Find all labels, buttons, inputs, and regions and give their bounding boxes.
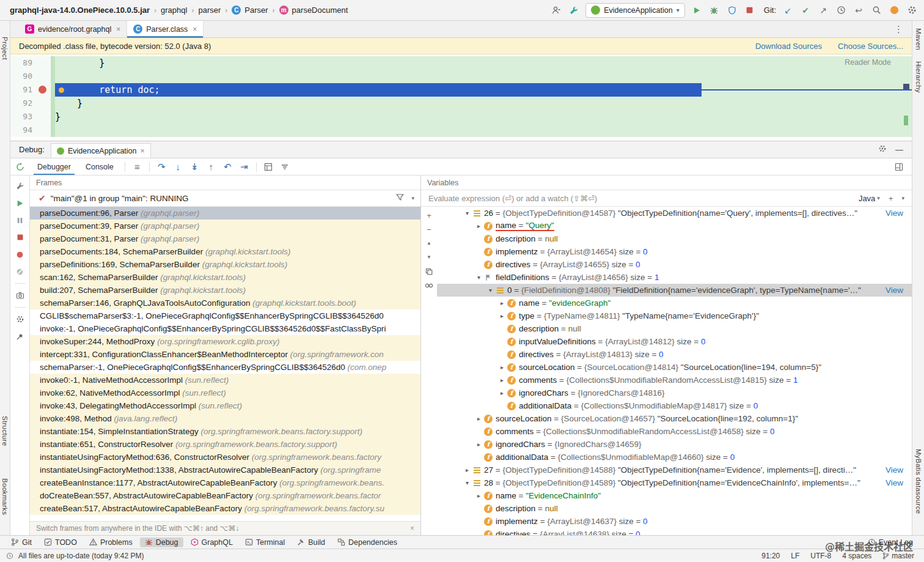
close-icon[interactable]: × [193,25,197,34]
duplicate-icon[interactable] [424,267,434,276]
variable-row[interactable]: fcomments = {Collections$UnmodifiableRan… [437,425,912,438]
variable-row[interactable]: fdescription = null [437,502,912,515]
toolwindow-debug[interactable]: Debug [140,538,183,547]
variable-row[interactable]: ▸fcomments = {Collections$UnmodifiableRa… [437,374,912,386]
chevron-expanded-icon[interactable]: ▾ [486,287,495,294]
tab-parser-class[interactable]: C Parser.class × [127,21,204,37]
chevron-collapsed-icon[interactable]: ▸ [474,223,483,229]
view-link[interactable]: View [881,286,912,295]
toolwindow-build[interactable]: Build [292,538,330,547]
gutter[interactable] [35,56,51,70]
stack-frame-row[interactable]: invoke0:-1, NativeMethodAccessorImpl (su… [30,374,420,386]
trace-settings-icon[interactable] [277,160,293,174]
code-editor[interactable]: 89 } 90 91 return doc; [10,54,912,141]
variable-row[interactable]: ▸27 = {ObjectTypeDefinition@14588} "Obje… [437,464,912,476]
mute-breakpoints-icon[interactable] [15,266,26,277]
hide-panel-icon[interactable]: — [895,145,903,154]
chevron-collapsed-icon[interactable]: ▸ [463,467,472,473]
gear-icon[interactable] [878,144,887,155]
code-text[interactable]: } [55,97,912,110]
status-message[interactable]: All files are up-to-date (today 9:42 PM) [18,552,144,560]
toolwindow-dependencies[interactable]: Dependencies [332,538,402,547]
code-text[interactable]: return doc; [55,83,912,97]
variable-row[interactable]: ▸fname = "EvidenceChainInfo" [437,489,912,502]
pin-icon[interactable] [15,331,26,342]
run-to-cursor-icon[interactable]: ⇥ [236,160,252,174]
toolwindow-problems[interactable]: Problems [84,538,138,547]
chevron-expanded-icon[interactable]: ▾ [463,479,472,486]
variable-row[interactable]: fdescription = null [437,232,912,245]
toolwindow-maven[interactable]: Maven [915,28,922,50]
stack-frame-row[interactable]: instantiate:651, ConstructorResolver (or… [30,438,420,451]
breadcrumb-item-parsedocument[interactable]: parseDocument [292,6,348,15]
breadcrumb-item-parser-pkg[interactable]: parser [198,6,221,15]
stack-frame-row[interactable]: doCreateBean:557, AbstractAutowireCapabl… [30,489,420,502]
drop-frame-icon[interactable]: ↶ [219,160,236,174]
toolwindow-bookmarks[interactable]: Bookmarks [1,478,9,515]
thread-selector[interactable]: ✔ "main"@1 in group "main": RUNNING ▾ [30,190,420,207]
stack-frame-row[interactable]: parseDocument:39, Parser (graphql.parser… [30,220,420,232]
stack-frame-row[interactable]: instantiate:154, SimpleInstantiationStra… [30,425,420,438]
stack-frame-row[interactable]: instantiateUsingFactoryMethod:1338, Abst… [30,464,420,476]
stack-frame-row[interactable]: build:207, SchemaParserBuilder (graphql.… [30,284,420,297]
chevron-collapsed-icon[interactable]: ▸ [474,415,483,422]
view-link[interactable]: View [881,478,912,487]
variable-row[interactable]: ▾0 = {FieldDefinition@14808} "FieldDefin… [437,284,912,297]
stack-frame-row[interactable]: scan:162, SchemaParserBuilder (graphql.k… [30,271,420,284]
variable-row[interactable]: fdirectives = {ArrayList@14638} size = 0 [437,528,912,535]
line-ending[interactable]: LF [791,552,799,560]
chevron-collapsed-icon[interactable]: ▸ [474,492,483,499]
toolwindow-todo[interactable]: TODO [39,538,82,547]
stack-frame-row[interactable]: invoke:43, DelegatingMethodAccessorImpl … [30,399,420,412]
pause-button[interactable] [15,215,26,226]
chevron-collapsed-icon[interactable]: ▸ [497,390,507,396]
variable-row[interactable]: ▸fname = "evidenceGraph" [437,297,912,309]
move-down-icon[interactable]: ▼ [424,253,434,262]
run-config-selector[interactable]: EvidenceApplication ▾ [585,3,685,18]
run-button[interactable] [691,4,703,17]
chevron-collapsed-icon[interactable]: ▸ [497,364,507,371]
expand-icon[interactable]: ▾ [901,195,904,201]
code-text[interactable] [55,70,912,83]
search-everywhere-icon[interactable] [870,4,882,17]
variable-row[interactable]: fdescription = null [437,322,912,335]
caret-position[interactable]: 91:20 [761,552,780,560]
breadcrumb-item-jar[interactable]: graphql-java-14.0.OnePiece.10.0.5.jar [10,6,150,15]
stack-frame-row[interactable]: schemaParser:-1, OnePieceGraphqlConfig$$… [30,361,420,374]
rollback-icon[interactable]: ↩ [853,4,865,17]
variable-row[interactable]: ▾28 = {ObjectTypeDefinition@14589} "Obje… [437,476,912,489]
choose-sources-link[interactable]: Choose Sources... [838,42,903,51]
step-over-icon[interactable]: ↷ [153,160,170,174]
gutter[interactable] [35,124,51,137]
breadcrumb-item-graphql[interactable]: graphql [161,6,187,15]
close-icon[interactable]: × [410,524,414,533]
variable-row[interactable]: fadditionalData = {Collections$Unmodifia… [437,399,912,412]
filter-funnel-icon[interactable] [396,194,404,203]
gutter[interactable] [35,97,51,110]
stop-button[interactable] [744,4,756,17]
wrench-icon[interactable] [15,180,26,191]
close-icon[interactable]: × [116,25,120,34]
debug-button[interactable] [708,4,721,17]
toolwindow-hierarchy[interactable]: Hierarchy [915,61,922,93]
stack-frame-row[interactable]: parseDocument:31, Parser (graphql.parser… [30,232,420,245]
variable-row[interactable]: fdirectives = {ArrayList@14813} size = 0 [437,348,912,361]
variable-row[interactable]: fimplementz = {ArrayList@14637} size = 0 [437,515,912,528]
variable-row[interactable]: ▸fsourceLocation = {SourceLocation@14657… [437,412,912,425]
settings-gear-icon[interactable] [15,314,26,325]
toolwindow-git[interactable]: Git [6,538,37,547]
stack-frame-row[interactable]: invoke:498, Method (java.lang.reflect) [30,412,420,425]
toolwindow-terminal[interactable]: Terminal [240,538,290,547]
chevron-collapsed-icon[interactable]: ▸ [497,312,507,319]
variable-row[interactable]: ▾26 = {ObjectTypeDefinition@14587} "Obje… [437,207,912,220]
add-icon[interactable]: + [889,194,893,203]
scrollbar-thumb[interactable] [903,84,909,89]
chevron-expanded-icon[interactable]: ▾ [463,210,472,216]
wrench-icon[interactable] [568,4,580,17]
breakpoint-icon[interactable] [38,86,46,94]
toolwindow-structure[interactable]: Structure [1,416,9,446]
update-project-icon[interactable]: ↙ [782,4,794,17]
gear-icon[interactable] [906,4,918,17]
chevron-down-icon[interactable]: ▾ [411,195,414,201]
download-sources-link[interactable]: Download Sources [755,42,822,51]
